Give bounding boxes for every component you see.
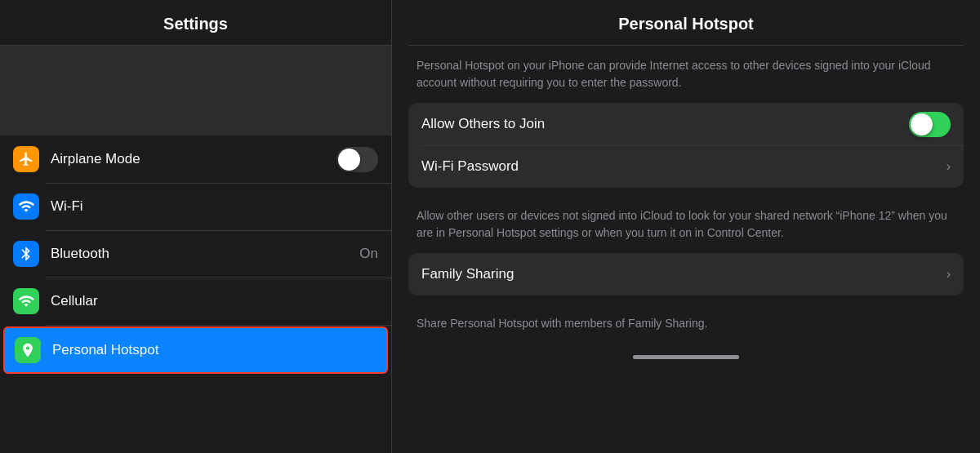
main-title: Personal Hotspot (618, 15, 754, 33)
main-card-1: Allow Others to Join Wi-Fi Password › (408, 103, 964, 188)
wifi-password-chevron: › (947, 159, 951, 174)
airplane-mode-icon (13, 146, 39, 172)
airplane-mode-toggle[interactable] (336, 147, 378, 172)
main-card-2: Family Sharing › (408, 253, 964, 295)
family-sharing-chevron: › (947, 267, 951, 282)
wifi-password-label: Wi-Fi Password (421, 158, 947, 175)
sidebar-title: Settings (163, 15, 228, 33)
sidebar-item-personal-hotspot[interactable]: Personal Hotspot (3, 326, 388, 374)
allow-others-label: Allow Others to Join (421, 116, 909, 132)
wifi-password-row[interactable]: Wi-Fi Password › (408, 145, 964, 188)
personal-hotspot-label: Personal Hotspot (52, 342, 376, 358)
main-content: Personal Hotspot Personal Hotspot on you… (392, 0, 980, 453)
bluetooth-label: Bluetooth (51, 246, 359, 262)
sidebar-header: Settings (0, 0, 391, 46)
bluetooth-value: On (359, 246, 378, 262)
home-indicator (633, 355, 739, 359)
allow-others-toggle[interactable] (909, 112, 951, 137)
bottom-bar (408, 344, 964, 367)
airplane-mode-toggle-knob (338, 149, 360, 171)
allow-others-row[interactable]: Allow Others to Join (408, 103, 964, 145)
sidebar-item-bluetooth[interactable]: Bluetooth On (0, 230, 391, 278)
cellular-icon (13, 288, 39, 314)
wifi-label: Wi-Fi (51, 198, 378, 215)
sidebar-user-area (0, 46, 391, 135)
sidebar: Settings Airplane Mode Wi-Fi (0, 0, 392, 453)
wifi-icon (13, 193, 39, 220)
sidebar-items: Airplane Mode Wi-Fi Bluetooth On (0, 135, 391, 453)
bluetooth-icon (13, 241, 39, 267)
personal-hotspot-icon (15, 337, 41, 363)
allow-others-toggle-knob (911, 113, 933, 135)
family-sharing-description: Share Personal Hotspot with members of F… (408, 304, 964, 344)
airplane-mode-label: Airplane Mode (51, 151, 336, 167)
sidebar-item-cellular[interactable]: Cellular (0, 278, 391, 325)
hotspot-description: Personal Hotspot on your iPhone can prov… (408, 46, 964, 103)
middle-description: Allow other users or devices not signed … (408, 196, 964, 253)
cellular-label: Cellular (51, 293, 378, 309)
sidebar-item-airplane-mode[interactable]: Airplane Mode (0, 135, 391, 183)
family-sharing-row[interactable]: Family Sharing › (408, 253, 964, 295)
sidebar-item-wifi[interactable]: Wi-Fi (0, 183, 391, 230)
family-sharing-label: Family Sharing (421, 266, 947, 282)
main-header: Personal Hotspot (408, 0, 964, 46)
